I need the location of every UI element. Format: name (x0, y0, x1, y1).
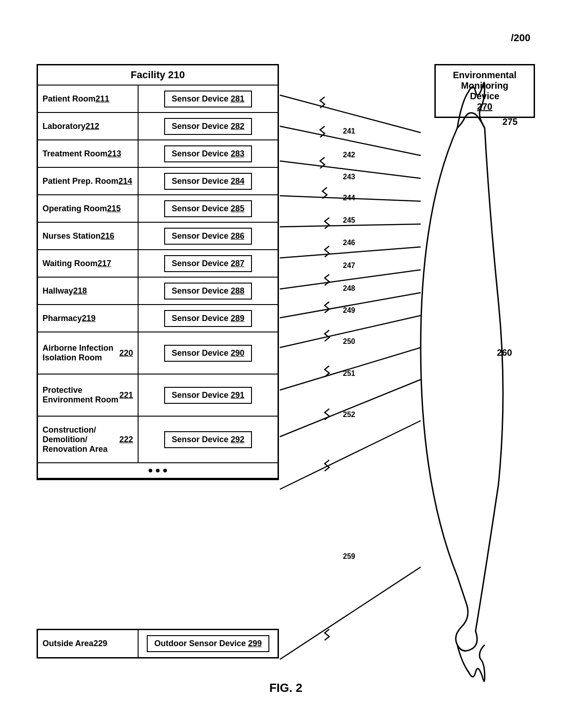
ref-245: 245 (343, 216, 355, 225)
ref-251: 251 (343, 369, 355, 378)
sensor-box-281: Sensor Device 281 (139, 86, 278, 112)
ref-250: 250 (343, 337, 355, 346)
table-row: Patient Room 211 Sensor Device 281 (38, 86, 278, 113)
emd-box: EnvironmentalMonitoringDevice 270 (434, 64, 535, 118)
table-row: Waiting Room 217 Sensor Device 287 (38, 250, 278, 278)
emd-title: EnvironmentalMonitoringDevice (453, 70, 517, 101)
label-275: 275 (503, 117, 518, 127)
sensor-box-287: Sensor Device 287 (139, 250, 278, 277)
room-label-216: Nurses Station 216 (38, 223, 139, 249)
sensor-inner-292: Sensor Device 292 (164, 431, 251, 448)
sensor-inner-291: Sensor Device 291 (164, 387, 251, 404)
room-label-215: Operating Room 215 (38, 195, 139, 222)
ref-200: 200 (511, 32, 530, 44)
room-label-218: Hallway 218 (38, 278, 139, 304)
sensor-box-282: Sensor Device 282 (139, 113, 278, 139)
sensor-inner-290: Sensor Device 290 (164, 345, 251, 362)
ref-246: 246 (343, 239, 355, 247)
dot-2 (156, 469, 160, 472)
sensor-box-291: Sensor Device 291 (139, 375, 278, 416)
facility-box: Facility 210 Patient Room 211 Sensor Dev… (37, 64, 279, 480)
table-row: Construction/ Demolition/ Renovation Are… (38, 417, 278, 463)
table-row: Laboratory 212 Sensor Device 282 (38, 113, 278, 140)
dot-3 (163, 469, 167, 472)
ref-249: 249 (343, 306, 355, 315)
sensor-box-286: Sensor Device 286 (139, 223, 278, 249)
ref-242: 242 (343, 151, 355, 159)
svg-line-12 (280, 567, 421, 659)
table-row: Pharmacy 219 Sensor Device 289 (38, 305, 278, 332)
svg-line-10 (280, 380, 421, 437)
label-260: 260 (497, 348, 512, 358)
table-row: Protective Environment Room 221 Sensor D… (38, 375, 278, 417)
table-row: Patient Prep. Room 214 Sensor Device 284 (38, 168, 278, 195)
sensor-box-284: Sensor Device 284 (139, 168, 278, 194)
sensor-inner-284: Sensor Device 284 (164, 173, 251, 190)
outside-box: Outside Area 229 Outdoor Sensor Device 2… (37, 629, 279, 658)
sensor-box-292: Sensor Device 292 (139, 417, 278, 462)
ref-248: 248 (343, 284, 355, 293)
table-row: Nurses Station 216 Sensor Device 286 (38, 223, 278, 250)
ref-247: 247 (343, 262, 355, 270)
svg-line-9 (280, 348, 421, 390)
sensor-box-290: Sensor Device 290 (139, 332, 278, 374)
outside-label-229: Outside Area 229 (38, 630, 139, 657)
sensor-box-283: Sensor Device 283 (139, 140, 278, 167)
table-row: Treatment Room 213 Sensor Device 283 (38, 140, 278, 168)
ref-243: 243 (343, 173, 355, 181)
ref-241: 241 (343, 127, 355, 135)
room-label-211: Patient Room 211 (38, 86, 139, 112)
sensor-inner-289: Sensor Device 289 (164, 310, 251, 327)
sensor-inner-286: Sensor Device 286 (164, 228, 251, 245)
outside-sensor-299: Outdoor Sensor Device 299 (139, 630, 278, 657)
sensor-inner-285: Sensor Device 285 (164, 200, 251, 217)
sensor-box-288: Sensor Device 288 (139, 278, 278, 304)
sensor-inner-281: Sensor Device 281 (164, 91, 251, 107)
sensor-box-289: Sensor Device 289 (139, 305, 278, 332)
room-label-219: Pharmacy 219 (38, 305, 139, 332)
facility-rows: Patient Room 211 Sensor Device 281 Labor… (38, 86, 278, 479)
room-label-220: Airborne Infection Isolation Room 220 (38, 332, 139, 374)
svg-line-5 (280, 247, 421, 258)
room-label-217: Waiting Room 217 (38, 250, 139, 277)
room-label-214: Patient Prep. Room 214 (38, 168, 139, 194)
table-row: Operating Room 215 Sensor Device 285 (38, 195, 278, 223)
dot-1 (149, 469, 152, 472)
room-label-222: Construction/ Demolition/ Renovation Are… (38, 417, 139, 462)
sensor-inner-288: Sensor Device 288 (164, 283, 251, 300)
sensor-box-285: Sensor Device 285 (139, 195, 278, 222)
room-label-213: Treatment Room 213 (38, 140, 139, 167)
facility-title: Facility 210 (38, 65, 278, 86)
sensor-inner-283: Sensor Device 283 (164, 145, 251, 162)
ref-259: 259 (343, 552, 355, 561)
ref-252: 252 (343, 411, 355, 419)
dots-row (38, 463, 278, 479)
table-row: Hallway 218 Sensor Device 288 (38, 278, 278, 305)
emd-number: 270 (477, 102, 492, 112)
fig-label: FIG. 2 (269, 681, 302, 695)
room-label-221: Protective Environment Room 221 (38, 375, 139, 416)
sensor-inner-282: Sensor Device 282 (164, 118, 251, 135)
diagram-container: 200 (23, 27, 549, 713)
ref-244: 244 (343, 194, 355, 202)
table-row: Airborne Infection Isolation Room 220 Se… (38, 332, 278, 375)
sensor-inner-287: Sensor Device 287 (164, 255, 251, 272)
svg-line-11 (280, 421, 421, 489)
room-label-212: Laboratory 212 (38, 113, 139, 139)
sensor-inner-299: Outdoor Sensor Device 299 (147, 635, 269, 652)
